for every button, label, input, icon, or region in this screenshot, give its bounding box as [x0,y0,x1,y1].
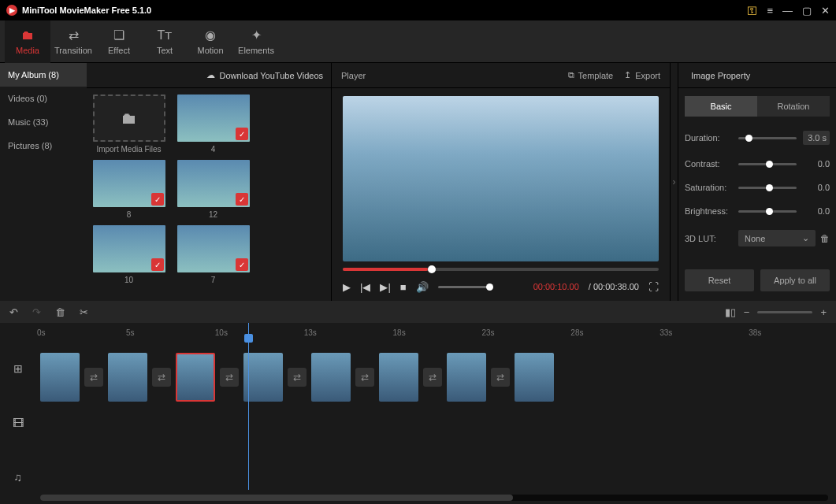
stop-icon[interactable]: ■ [400,281,407,293]
zoom-in-icon[interactable]: + [820,306,827,318]
timeline-clip[interactable] [108,353,147,402]
media-thumbnail[interactable]: ✓ [177,160,250,207]
import-media-button[interactable]: 🖿 [93,94,165,142]
player-title: Player [341,71,557,80]
tab-elements[interactable]: ✦Elements [233,20,279,63]
video-track[interactable]: ⇄⇄⇄⇄⇄⇄⇄ [35,342,836,413]
add-track-icon[interactable]: ⊞ [0,342,35,396]
tab-media[interactable]: 🖿Media [5,20,50,63]
delete-icon[interactable]: 🗑 [55,306,65,318]
import-label: Import Media Files [96,145,161,154]
media-thumbnail[interactable]: ✓ [177,225,250,272]
timeline-scrollbar[interactable] [40,495,828,501]
tab-rotation[interactable]: Rotation [757,96,830,117]
video-preview[interactable] [343,96,659,261]
check-icon: ✓ [236,258,248,271]
ruler-tick: 33s [658,323,747,342]
prev-frame-icon[interactable]: |◀ [360,281,370,293]
duration-slider[interactable] [738,137,797,139]
trash-icon[interactable]: 🗑 [820,233,830,244]
saturation-slider[interactable] [738,187,797,189]
property-panel: Image Property Basic Rotation Duration: … [678,63,836,301]
ruler-tick: 38s [747,323,836,342]
maximize-icon[interactable]: ▢ [802,5,812,17]
export-button[interactable]: ↥ Export [624,70,660,80]
apply-all-button[interactable]: Apply to all [760,269,830,291]
menu-icon[interactable]: ≡ [767,5,773,17]
tab-transition[interactable]: ⇄Transition [50,20,96,63]
tab-motion[interactable]: ◉Motion [188,20,233,63]
check-icon: ✓ [151,258,164,271]
media-thumbnail[interactable]: ✓ [177,94,250,142]
media-thumbnail[interactable]: ✓ [93,225,165,272]
fullscreen-icon[interactable]: ⛶ [648,281,659,293]
redo-icon[interactable]: ↷ [32,306,41,318]
undo-icon[interactable]: ↶ [9,306,18,318]
contrast-value: 0.0 [803,159,830,169]
tab-basic[interactable]: Basic [685,96,757,117]
media-item[interactable]: ✓10 [91,225,166,284]
timeline-clip[interactable] [379,353,418,402]
tab-effect[interactable]: ❏Effect [96,20,142,63]
media-item[interactable]: ✓8 [91,160,166,219]
sidebar: My Album (8)Videos (0)Music (33)Pictures… [0,63,87,301]
transition-slot[interactable]: ⇄ [220,368,239,387]
transition-slot[interactable]: ⇄ [491,368,510,387]
zoom-out-icon[interactable]: − [744,306,750,318]
sidebar-item[interactable]: Music (33) [0,110,87,134]
transition-icon: ⇄ [69,28,79,43]
transition-slot[interactable]: ⇄ [152,368,171,387]
timeline-clip[interactable] [311,353,351,402]
timeline-clip[interactable] [447,353,486,402]
download-youtube-link[interactable]: ☁ Download YouTube Videos [87,63,331,88]
contrast-slider[interactable] [738,163,797,165]
timeline-ruler[interactable]: 0s5s10s13s18s23s28s33s38s [35,323,836,342]
audio-track-icon[interactable]: ♫ [0,450,35,504]
timeline-clip[interactable] [515,353,554,402]
timeline-clip[interactable] [40,353,80,402]
transition-slot[interactable]: ⇄ [84,368,103,387]
template-icon: ⧉ [568,70,574,80]
timeline-clip[interactable] [243,353,283,402]
split-icon[interactable]: ✂ [80,306,88,318]
time-total: / 00:00:38.00 [589,282,639,291]
transition-slot[interactable]: ⇄ [288,368,307,387]
playhead[interactable] [248,323,249,490]
audio-track[interactable] [35,413,836,468]
volume-icon[interactable]: 🔊 [416,281,429,293]
player-progress[interactable] [343,268,659,271]
tab-text[interactable]: TᴛText [142,20,188,63]
collapse-handle[interactable]: › [671,63,678,301]
text-icon: Tᴛ [158,28,173,43]
next-frame-icon[interactable]: ▶| [380,281,390,293]
media-thumbnail[interactable]: ✓ [93,160,165,207]
key-icon[interactable]: ⚿ [747,5,757,17]
reset-button[interactable]: Reset [685,269,754,291]
saturation-value: 0.0 [803,183,830,192]
media-item[interactable]: ✓4 [176,94,251,154]
media-item[interactable]: ✓12 [176,160,251,219]
template-button[interactable]: ⧉ Template [568,70,614,80]
video-track-icon[interactable]: 🎞 [0,396,35,450]
minimize-icon[interactable]: — [782,5,793,17]
transition-slot[interactable]: ⇄ [423,368,442,387]
effect-icon: ❏ [113,28,124,43]
transition-slot[interactable]: ⇄ [355,368,374,387]
snap-icon[interactable]: ▮▯ [725,306,736,318]
lut-select[interactable]: None ⌄ [738,230,816,246]
media-item[interactable]: ✓7 [176,225,251,284]
download-icon: ☁ [206,70,215,80]
ruler-tick: 18s [392,323,481,342]
duration-value[interactable]: 3.0 s [803,131,830,145]
zoom-slider[interactable] [757,311,812,313]
sidebar-item[interactable]: My Album (8) [0,63,87,87]
sidebar-item[interactable]: Videos (0) [0,87,87,110]
close-icon[interactable]: ✕ [821,5,830,17]
app-logo-icon: ▶ [6,5,17,16]
play-icon[interactable]: ▶ [343,281,351,293]
brightness-slider[interactable] [738,210,797,213]
timeline: ⊞ 🎞 ♫ 0s5s10s13s18s23s28s33s38s ⇄⇄⇄⇄⇄⇄⇄ [0,323,836,504]
timeline-clip[interactable] [176,353,215,402]
sidebar-item[interactable]: Pictures (8) [0,134,87,158]
volume-slider[interactable] [438,286,493,288]
